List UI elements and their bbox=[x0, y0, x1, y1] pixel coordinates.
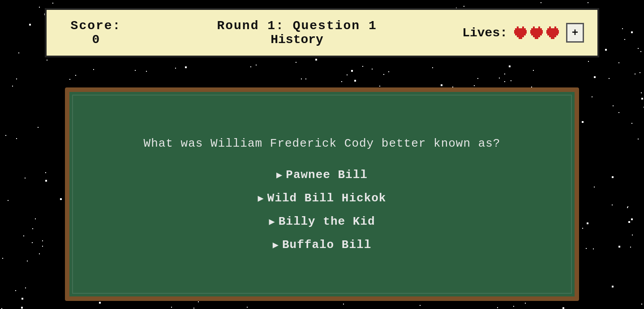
svg-rect-16 bbox=[549, 26, 551, 28]
svg-rect-1 bbox=[522, 26, 524, 28]
lives-section: Lives: bbox=[462, 23, 584, 43]
svg-rect-0 bbox=[517, 26, 519, 28]
add-life-button[interactable]: + bbox=[566, 23, 584, 43]
svg-rect-19 bbox=[546, 30, 559, 32]
svg-rect-15 bbox=[535, 37, 538, 39]
svg-rect-13 bbox=[531, 34, 542, 35]
answer-text-1: Pawnee Bill bbox=[286, 168, 368, 182]
answer-arrow-2: ▶ bbox=[258, 192, 264, 205]
svg-rect-2 bbox=[515, 28, 526, 30]
svg-rect-23 bbox=[551, 37, 554, 39]
heart-3 bbox=[545, 26, 560, 39]
svg-rect-18 bbox=[547, 28, 558, 30]
svg-rect-4 bbox=[514, 32, 527, 34]
score-section: Score: 0 bbox=[60, 19, 132, 47]
heart-1 bbox=[513, 26, 528, 39]
chalkboard: What was William Frederick Cody better k… bbox=[65, 87, 579, 301]
round-title: Round 1: Question 1 bbox=[217, 19, 377, 33]
svg-rect-12 bbox=[530, 32, 543, 34]
svg-rect-9 bbox=[538, 26, 540, 28]
score-value: 0 bbox=[92, 33, 100, 47]
svg-rect-3 bbox=[514, 30, 527, 32]
lives-label: Lives: bbox=[462, 26, 507, 40]
answer-option-2[interactable]: ▶ Wild Bill Hickok bbox=[165, 191, 479, 205]
answer-arrow-4: ▶ bbox=[273, 239, 279, 251]
question-text: What was William Frederick Cody better k… bbox=[144, 137, 501, 150]
answers-container: ▶ Pawnee Bill ▶ Wild Bill Hickok ▶ Billy… bbox=[165, 168, 479, 252]
svg-rect-17 bbox=[554, 26, 556, 28]
svg-rect-7 bbox=[519, 37, 522, 39]
svg-rect-11 bbox=[530, 30, 543, 32]
answer-text-2: Wild Bill Hickok bbox=[267, 191, 386, 205]
hearts-container bbox=[513, 26, 560, 39]
svg-rect-22 bbox=[549, 35, 556, 37]
svg-rect-5 bbox=[515, 34, 526, 35]
answer-option-3[interactable]: ▶ Billy the Kid bbox=[165, 215, 479, 228]
round-category: History bbox=[270, 33, 323, 47]
answer-arrow-3: ▶ bbox=[269, 216, 275, 228]
svg-rect-21 bbox=[547, 34, 558, 35]
answer-option-4[interactable]: ▶ Buffalo Bill bbox=[165, 238, 479, 252]
answer-text-3: Billy the Kid bbox=[279, 215, 375, 228]
answer-arrow-1: ▶ bbox=[276, 169, 282, 181]
answer-option-1[interactable]: ▶ Pawnee Bill bbox=[165, 168, 479, 182]
answer-text-4: Buffalo Bill bbox=[282, 238, 371, 252]
header-bar: Score: 0 Round 1: Question 1 History Liv… bbox=[45, 8, 599, 57]
svg-rect-8 bbox=[533, 26, 535, 28]
svg-rect-14 bbox=[533, 35, 540, 37]
svg-rect-10 bbox=[531, 28, 542, 30]
heart-2 bbox=[529, 26, 544, 39]
round-section: Round 1: Question 1 History bbox=[217, 19, 377, 47]
svg-rect-20 bbox=[546, 32, 559, 34]
svg-rect-6 bbox=[517, 35, 524, 37]
score-label: Score: bbox=[71, 19, 121, 33]
